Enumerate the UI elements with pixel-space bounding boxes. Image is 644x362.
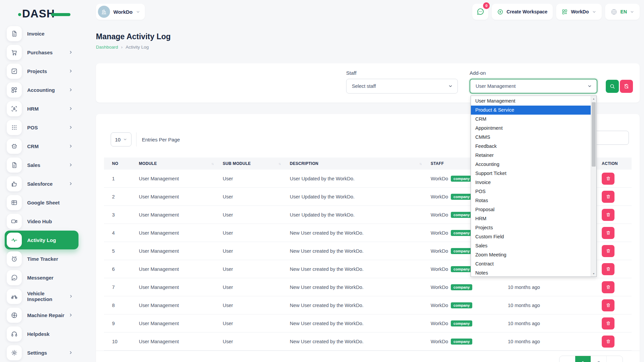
company-badge: company — [451, 248, 472, 254]
addon-select[interactable]: User Management — [470, 79, 597, 94]
column-description[interactable]: DESCRIPTION↑↓ — [282, 161, 423, 166]
dropdown-option[interactable]: Appointment — [471, 124, 591, 133]
delete-button[interactable] — [602, 227, 614, 239]
delete-button[interactable] — [602, 173, 614, 185]
delete-button[interactable] — [602, 281, 614, 293]
messages-button[interactable]: 0 — [472, 4, 488, 20]
sidebar-item[interactable]: HRM — [5, 99, 78, 118]
delete-button[interactable] — [602, 317, 614, 329]
dropdown-option[interactable]: Custom Field — [471, 232, 591, 241]
pagination-button[interactable]: › — [607, 356, 623, 362]
pagination-button[interactable]: 2 — [591, 356, 607, 362]
sidebar: DASH Invoice Purchases — [0, 0, 80, 362]
dropdown-option[interactable]: POS — [471, 187, 591, 196]
delete-button[interactable] — [602, 191, 614, 203]
reset-filter-button[interactable] — [620, 80, 633, 93]
logo-dot-icon — [18, 13, 21, 16]
cell-description: New User created by the WorkDo. — [282, 303, 423, 308]
sidebar-item[interactable]: Video Hub — [5, 212, 78, 231]
sidebar-item[interactable]: Projects — [5, 62, 78, 80]
delete-button[interactable] — [602, 209, 614, 221]
sidebar-item[interactable]: Accounting — [5, 80, 78, 99]
staff-name: WorkDo — [431, 321, 448, 326]
scrollbar-thumb[interactable] — [592, 102, 596, 167]
sidebar-item[interactable]: Vehicle Inspection — [5, 287, 78, 306]
dropdown-option[interactable]: Projects — [471, 223, 591, 232]
delete-button[interactable] — [602, 245, 614, 257]
logo-text: DASH — [22, 7, 55, 20]
app-logo[interactable]: DASH — [22, 7, 66, 21]
entries-per-page-value: 10 — [115, 137, 121, 142]
sidebar-item[interactable]: Salesforce — [5, 174, 78, 193]
dropdown-option[interactable]: HRM — [471, 214, 591, 223]
chevron-right-icon — [68, 181, 73, 186]
workspace-selector[interactable]: WorkDo — [96, 4, 145, 20]
dropdown-option[interactable]: Notes — [471, 268, 591, 278]
sidebar-item[interactable]: Google Sheet — [5, 193, 78, 212]
sidebar-item[interactable]: Settings — [5, 343, 78, 362]
delete-button[interactable] — [602, 299, 614, 311]
dropdown-option[interactable]: Rotas — [471, 196, 591, 205]
entries-per-page-select[interactable]: 10 — [111, 132, 131, 146]
sidebar-item-icon — [7, 251, 22, 266]
sidebar-item-label: Machine Repair — [27, 312, 64, 318]
dropdown-option[interactable]: Feedback — [471, 142, 591, 151]
pagination-button[interactable]: 1 — [575, 356, 591, 362]
trash-icon — [606, 303, 611, 308]
sidebar-item[interactable]: Helpdesk — [5, 324, 78, 343]
sidebar-item[interactable]: Invoice — [5, 24, 78, 43]
dropdown-option[interactable]: CRM — [471, 115, 591, 124]
delete-button[interactable] — [602, 336, 614, 348]
dropdown-option[interactable]: Invoice — [471, 178, 591, 187]
sidebar-item-icon — [7, 101, 22, 116]
dropdown-option[interactable]: Zoom Meeting — [471, 250, 591, 259]
dropdown-option[interactable]: User Management — [471, 97, 591, 106]
sidebar-menu: Invoice Purchases Projects — [0, 24, 80, 362]
delete-button[interactable] — [602, 263, 614, 275]
sidebar-item[interactable]: Machine Repair — [5, 306, 78, 324]
sidebar-item[interactable]: CRM — [5, 137, 78, 156]
create-workspace-button[interactable]: Create Workspace — [492, 4, 553, 20]
column-sub-module[interactable]: SUB MODULE↑↓ — [215, 161, 282, 166]
sidebar-item[interactable]: Activity Log — [5, 231, 78, 249]
dropdown-option[interactable]: Contract — [471, 259, 591, 268]
addon-dropdown-popup: User ManagementProduct & ServiceCRMAppoi… — [471, 96, 597, 277]
app-menu-button[interactable]: WorkDo — [556, 4, 601, 20]
table-row: 8 User Management User New User created … — [104, 296, 632, 314]
column-module[interactable]: MODULE↑↓ — [131, 161, 215, 166]
scroll-down-icon[interactable]: ▼ — [591, 271, 596, 277]
dropdown-option[interactable]: Product & Service — [471, 106, 591, 115]
sidebar-item-icon — [7, 233, 22, 248]
dropdown-option[interactable]: Retainer — [471, 151, 591, 160]
dropdown-option[interactable]: CMMS — [471, 133, 591, 142]
globe-icon — [610, 8, 618, 15]
staff-select[interactable]: Select staff — [346, 79, 458, 94]
company-badge: company — [451, 266, 472, 272]
language-label: EN — [621, 9, 627, 14]
company-badge: company — [451, 230, 472, 236]
trash-icon — [606, 248, 611, 253]
sidebar-item[interactable]: Purchases — [5, 43, 78, 62]
dropdown-option[interactable]: Sales — [471, 241, 591, 250]
sidebar-item[interactable]: Messenger — [5, 268, 78, 287]
cell-module: User Management — [131, 321, 215, 326]
cell-sub-module: User — [215, 248, 282, 254]
breadcrumb-dashboard-link[interactable]: Dashboard — [96, 45, 118, 50]
search-button[interactable] — [606, 80, 619, 93]
sidebar-item-label: Google Sheet — [27, 200, 60, 205]
language-selector[interactable]: EN — [605, 4, 640, 20]
dropdown-option[interactable]: Accounting — [471, 160, 591, 169]
workspace-name: WorkDo — [113, 9, 132, 15]
scroll-up-icon[interactable]: ▲ — [591, 96, 596, 102]
dropdown-option[interactable]: Support Ticket — [471, 169, 591, 178]
pagination-button[interactable]: ‹ — [559, 356, 575, 362]
sidebar-item[interactable]: POS — [5, 118, 78, 137]
chevron-right-icon — [68, 144, 73, 148]
cell-description: New User created by the WorkDo. — [282, 285, 423, 290]
sidebar-item-label: Helpdesk — [27, 331, 50, 337]
dropdown-option[interactable]: Proposal — [471, 205, 591, 214]
dropdown-scrollbar[interactable]: ▲ ▼ — [591, 96, 596, 277]
column-no[interactable]: NO — [104, 161, 131, 166]
sidebar-item[interactable]: Time Tracker — [5, 249, 78, 268]
sidebar-item[interactable]: Sales — [5, 156, 78, 174]
